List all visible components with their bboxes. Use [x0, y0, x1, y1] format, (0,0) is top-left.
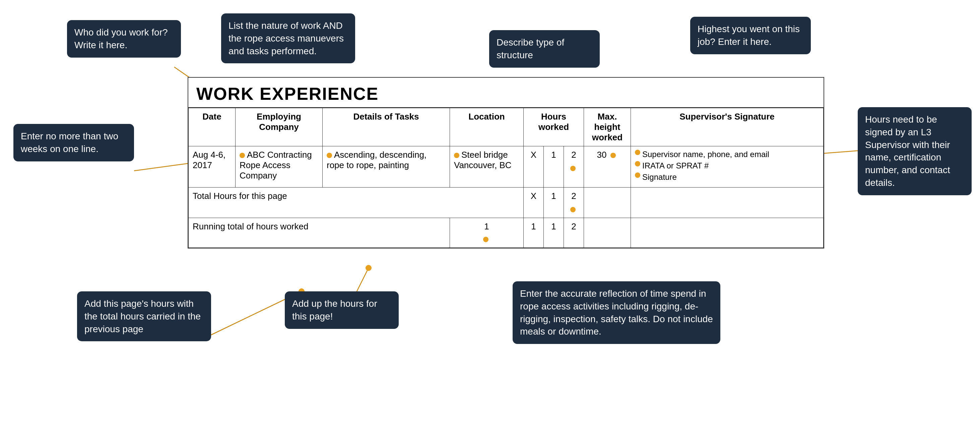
svg-point-16 — [366, 265, 372, 271]
cell-location: Steel bridge Vancouver, BC — [450, 146, 524, 187]
table-heading: WORK EXPERIENCE — [188, 78, 824, 108]
running-total-row: Running total of hours worked 1 1 1 2 — [189, 218, 824, 248]
col-header-hours: Hours worked — [524, 108, 584, 146]
location-dot — [454, 153, 459, 158]
col-header-signature: Supervisor's Signature — [631, 108, 824, 146]
cell-company: ABC Contracting Rope Access Company — [235, 146, 323, 187]
cell-signature: Supervisor name, phone, and email IRATA … — [631, 146, 824, 187]
tooltip-accurate: Enter the accurate reflection of time sp… — [512, 281, 720, 344]
total-maxh — [584, 187, 631, 218]
running-h1: 1 — [524, 218, 544, 248]
max-height-dot — [611, 153, 616, 158]
cell-tasks: Ascending, descending, rope to rope, pai… — [323, 146, 450, 187]
tooltip-add-up: Add up the hours for this page! — [285, 291, 399, 329]
total-sig — [631, 187, 824, 218]
running-h2: 1 — [544, 218, 564, 248]
col-header-date: Date — [189, 108, 235, 146]
running-label: Running total of hours worked — [189, 218, 450, 248]
table-header-row: Date Employing Company Details of Tasks … — [189, 108, 824, 146]
table-row: Aug 4-6, 2017 ABC Contracting Rope Acces… — [189, 146, 824, 187]
total-h1: X — [524, 187, 544, 218]
tooltip-nature: List the nature of work AND the rope acc… — [221, 13, 355, 63]
cell-max-height: 30 — [584, 146, 631, 187]
cell-h2: 1 — [544, 146, 564, 187]
sig-dot-1 — [635, 150, 640, 155]
total-label: Total Hours for this page — [189, 187, 524, 218]
total-dot — [570, 207, 576, 212]
running-sig — [631, 218, 824, 248]
tooltip-add-page: Add this page's hours with the total hou… — [77, 291, 211, 341]
total-hours-row: Total Hours for this page X 1 2 — [189, 187, 824, 218]
running-dot — [483, 237, 488, 242]
work-experience-table: WORK EXPERIENCE Date Employing Company D… — [188, 77, 824, 249]
tooltip-highest: Highest you went on this job? Enter it h… — [690, 17, 811, 54]
running-h3: 2 — [564, 218, 584, 248]
running-h0: 1 — [450, 218, 524, 248]
col-header-location: Location — [450, 108, 524, 146]
col-header-company: Employing Company — [235, 108, 323, 146]
sig-item-2: IRATA or SPRAT # — [635, 161, 819, 170]
tasks-dot — [327, 153, 332, 158]
cell-h3: 2 — [564, 146, 584, 187]
cell-date: Aug 4-6, 2017 — [189, 146, 235, 187]
sig-dot-3 — [635, 173, 640, 178]
cell-h1: X — [524, 146, 544, 187]
tooltip-hours-signed: Hours need to be signed by an L3 Supervi… — [858, 107, 972, 195]
work-table: Date Employing Company Details of Tasks … — [188, 108, 824, 248]
total-h2: 1 — [544, 187, 564, 218]
sig-item-1: Supervisor name, phone, and email — [635, 150, 819, 159]
company-dot — [240, 153, 245, 158]
col-header-tasks: Details of Tasks — [323, 108, 450, 146]
running-maxh — [584, 218, 631, 248]
tooltip-who: Who did you work for? Write it here. — [67, 20, 181, 57]
tooltip-structure: Describe type of structure — [489, 30, 600, 68]
sig-dot-2 — [635, 161, 640, 167]
sig-item-3: Signature — [635, 173, 819, 182]
hours-dot — [570, 166, 576, 171]
total-h3: 2 — [564, 187, 584, 218]
col-header-max-height: Max. height worked — [584, 108, 631, 146]
tooltip-enter-weeks: Enter no more than two weeks on one line… — [13, 124, 134, 162]
